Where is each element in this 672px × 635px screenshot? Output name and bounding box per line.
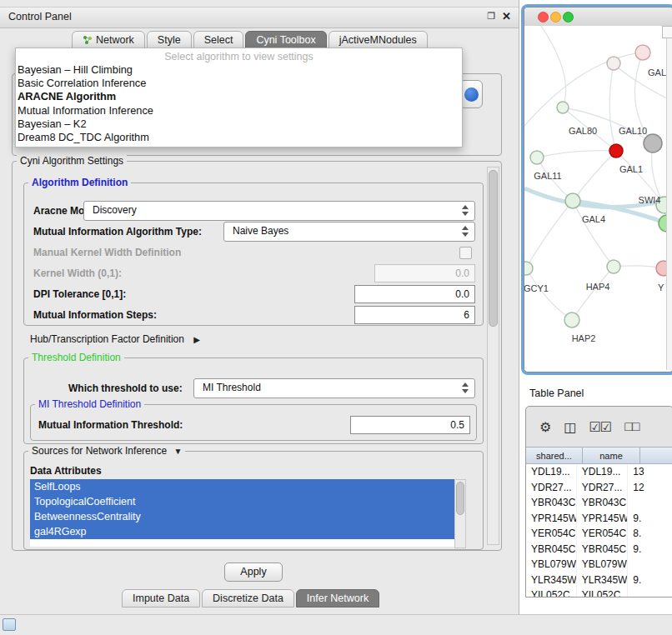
table-row[interactable]: YDR27...YDR27...12 [526,480,672,496]
tab-style[interactable]: Style [147,31,192,49]
attribute-item[interactable]: gal4RGexp [30,524,454,539]
settings-scrollbar[interactable] [487,167,499,545]
tab-network[interactable]: Network [72,31,145,49]
network-node[interactable] [565,193,580,208]
network-node[interactable] [644,134,662,152]
attribute-item[interactable]: TopologicalCoefficient [30,494,454,509]
attributes-scrollbar-thumb[interactable] [456,482,464,515]
algorithm-option[interactable]: Bayesian – K2 [16,118,462,131]
node-label: GAL11 [534,171,561,181]
table-cell: YBR043C [526,495,577,511]
algorithm-info-button[interactable] [459,80,483,108]
table-cell: YDR27... [577,480,629,496]
scrollbar-corner [662,26,672,38]
table-panel-title: Table Panel [529,388,584,399]
network-vertical-scrollbar[interactable] [666,38,672,370]
network-node[interactable] [530,151,544,164]
network-window-titlebar[interactable] [524,8,672,27]
attribute-item[interactable]: SelfLoops [30,479,454,494]
table-cell: YDL19... [526,464,577,480]
settings-group-title: Cyni Algorithm Settings [17,155,127,167]
network-node[interactable] [607,57,620,70]
control-panel-titlebar[interactable]: Control Panel ❐ ✕ [0,7,519,28]
network-node[interactable] [524,262,533,275]
mi-steps-label: Mutual Information Steps: [33,309,157,321]
hub-definition-toggle[interactable]: Hub/Transcription Factor Definition ▶ [30,333,200,345]
minimized-panel-icon[interactable] [3,618,16,631]
deselect-all-icon[interactable]: □□ [624,419,639,434]
column-header[interactable] [640,447,672,464]
which-threshold-select[interactable]: MI Threshold [193,378,475,398]
minimize-traffic-light[interactable] [550,12,561,22]
algorithm-option[interactable]: ARACNE Algorithm [16,90,462,103]
manual-kernel-label: Manual Kernel Width Definition [33,247,181,258]
network-node[interactable] [557,102,569,113]
table-row[interactable]: YIL052CYIL052C [526,588,672,597]
manual-kernel-checkbox[interactable] [459,247,472,259]
table-cell: 9. [628,511,672,527]
network-node[interactable] [607,260,620,273]
table-row[interactable]: YER054CYER054C8. [526,526,672,542]
sources-group-title[interactable]: Sources for Network Inference ▼ [28,445,185,457]
attributes-scrollbar[interactable] [454,479,466,548]
tab-infer-network[interactable]: Infer Network [296,589,379,608]
zoom-traffic-light[interactable] [563,12,574,22]
column-header[interactable]: shared... [526,447,583,464]
network-node[interactable] [564,312,579,328]
mi-type-value: Naive Bayes [233,225,288,237]
network-canvas[interactable]: GALGAL80GAL10GAL11GAL1SWI4GAL4GCY1HAP4YH… [524,26,671,370]
tab-impute-data[interactable]: Impute Data [122,589,200,608]
table-row[interactable]: YPR145WYPR145W9. [526,511,672,527]
tab-jactivemnodules[interactable]: jActiveMNodules [328,31,428,49]
table-row[interactable]: YBL079WYBL079W [526,557,672,572]
algorithm-option[interactable]: Mutual Information Inference [16,104,462,118]
apply-button[interactable]: Apply [224,562,283,582]
column-header[interactable]: name [583,447,640,464]
tab-discretize-data[interactable]: Discretize Data [202,589,294,608]
network-edge [572,267,614,320]
table-row[interactable]: YBR045CYBR045C9. [526,542,672,558]
dpi-tolerance-input[interactable]: 0.0 [354,285,475,303]
network-node[interactable] [609,144,623,158]
status-strip [0,614,672,635]
settings-gear-icon[interactable]: ⚙ [539,419,550,435]
tab-cyni-toolbox[interactable]: Cyni Toolbox [245,31,326,49]
float-window-icon[interactable]: ❐ [487,11,495,22]
table-cell: YBR045C [526,542,577,558]
column-layout-icon[interactable]: ◫ [564,419,575,435]
algorithm-option[interactable]: Basic Correlation Inference [16,77,462,90]
expanded-arrow-icon: ▼ [173,447,182,456]
network-node[interactable] [635,45,650,60]
mi-threshold-input[interactable]: 0.5 [350,416,470,434]
tab-label: jActiveMNodules [339,34,417,46]
node-label: SWI4 [639,195,661,205]
select-all-icon[interactable]: ☑☑ [589,419,611,435]
which-threshold-value: MI Threshold [203,382,261,393]
kernel-width-input[interactable]: 0.0 [374,264,475,282]
settings-scrollbar-thumb[interactable] [489,170,498,327]
close-window-icon[interactable]: ✕ [502,10,511,22]
tab-label: Discretize Data [213,592,283,604]
table-row[interactable]: YDL19...YDL19...13 [526,464,672,480]
network-edge [573,201,614,267]
close-traffic-light[interactable] [538,12,549,22]
network-edge [609,63,616,151]
table-cell: YDL19... [577,464,629,480]
table-cell: 9. [628,542,672,558]
attribute-item[interactable]: BetweennessCentrality [30,509,454,524]
info-icon [464,88,479,102]
cyni-bottom-tab-bar: Impute Data Discretize Data Infer Networ… [122,589,379,608]
node-label: Y [658,282,664,292]
mi-algorithm-type-select[interactable]: Naive Bayes [223,222,475,242]
mi-threshold-group-title: MI Threshold Definition [35,398,144,410]
algorithm-option[interactable]: Bayesian – Hill Climbing [16,63,462,77]
table-cell [628,588,672,597]
network-edge [573,151,616,201]
node-label: GAL1 [619,164,643,174]
table-row[interactable]: YBR043CYBR043C [526,495,672,511]
aracne-mode-select[interactable]: Discovery [83,201,475,221]
tab-select[interactable]: Select [193,31,244,49]
algorithm-option[interactable]: Dream8 DC_TDC Algorithm [16,131,462,144]
mi-steps-input[interactable]: 6 [354,306,475,324]
table-row[interactable]: YLR345WYLR345W9. [526,572,672,588]
